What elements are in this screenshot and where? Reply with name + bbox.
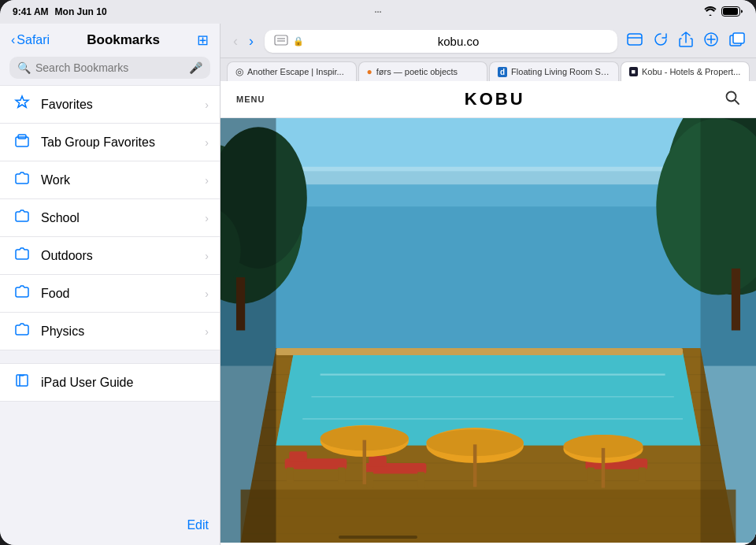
svg-rect-45 [417,472,424,488]
bookmark-item-food[interactable]: Food › [0,275,220,313]
navigation-controls: ‹ › [230,32,257,51]
bookmark-item-physics[interactable]: Physics › [0,313,220,350]
tab-favicon-2: ● [367,66,372,77]
tab-switch-icon[interactable] [625,32,644,51]
chevron-right-icon-6: › [205,287,209,300]
bookmark-item-school[interactable]: School › [0,199,220,237]
status-time: 9:41 AM [13,6,49,17]
chevron-right-icon-5: › [205,250,209,262]
status-bar-left: 9:41 AM Mon Jun 10 [13,6,107,17]
search-input[interactable] [35,61,184,74]
svg-rect-7 [628,34,642,45]
share-button[interactable] [677,30,695,53]
chevron-right-icon-4: › [205,212,209,224]
ipad-frame: 9:41 AM Mon Jun 10 ··· [0,0,756,545]
svg-rect-41 [338,468,345,484]
work-folder-icon [13,170,32,190]
outdoors-label: Outdoors [41,249,195,263]
tab-title-4: Kobu - Hotels & Propert... [642,67,740,76]
new-tab-button[interactable] [702,31,720,52]
chevron-right-icon-3: › [205,174,209,187]
reader-mode-icon [274,35,288,48]
bookmark-item-outdoors[interactable]: Outdoors › [0,237,220,275]
sidebar-title: Bookmarks [56,32,191,48]
svg-rect-61 [701,118,757,543]
svg-rect-44 [366,472,373,488]
status-bar-right [704,6,743,18]
chevron-right-icon: › [205,98,209,111]
web-menu-label[interactable]: MENU [236,95,265,104]
wifi-icon [704,6,717,17]
back-button[interactable]: ‹ Safari [11,33,50,47]
forward-nav-button[interactable]: › [246,32,257,51]
svg-rect-48 [587,468,595,484]
web-search-icon[interactable] [724,90,740,109]
browser-area: ‹ › 🔒 kobu.co [220,24,756,545]
edit-button[interactable]: Edit [187,518,209,532]
svg-rect-43 [369,456,386,466]
tabs-overview-button[interactable] [728,31,747,52]
svg-rect-40 [287,468,294,484]
svg-rect-37 [276,348,684,355]
scroll-indicator [339,536,417,539]
svg-rect-55 [473,444,476,487]
bookmark-item-tab-group[interactable]: Tab Group Favorites › [0,124,220,161]
svg-rect-58 [602,448,605,488]
favorites-icon [13,95,32,114]
tab-title-2: førs — poetic objects [376,67,458,76]
favorites-label: Favorites [41,98,195,112]
chevron-left-icon: ‹ [11,33,15,47]
tab-kobu[interactable]: ■ Kobu - Hotels & Propert... [621,61,750,81]
back-label: Safari [17,33,50,47]
svg-line-15 [735,100,739,104]
chevron-right-icon-2: › [205,136,209,149]
tab-favicon-3: d [498,67,507,77]
food-folder-icon [13,284,32,303]
sidebar-footer: Edit [0,510,220,545]
microphone-icon[interactable]: 🎤 [189,61,202,74]
physics-folder-icon [13,321,32,341]
web-site-title: KOBU [465,89,525,109]
tab-favicon-1: ◎ [235,66,243,77]
svg-rect-60 [220,118,276,543]
web-hero-image: HAND-PICKED SPACES TO BOOK & TO BUY FEAT… [220,118,756,543]
tab-title-3: Floating Living Room Se... [511,67,610,76]
status-bar: 9:41 AM Mon Jun 10 ··· [0,0,756,24]
main-layout: ‹ Safari Bookmarks ⊞ 🔍 🎤 [0,24,756,545]
svg-rect-39 [289,451,306,462]
svg-rect-59 [241,490,736,543]
tab-group-icon [13,132,32,152]
bookmark-item-ipad-guide[interactable]: iPad User Guide [0,363,220,402]
tab-fors[interactable]: ● førs — poetic objects [358,61,488,81]
tabs-row: ◎ Another Escape | Inspir... ● førs — po… [220,58,756,81]
bookmark-item-work[interactable]: Work › [0,161,220,199]
grid-view-icon[interactable]: ⊞ [197,32,209,49]
dots-icon: ··· [374,7,381,17]
bookmark-item-favorites[interactable]: Favorites › [0,85,220,124]
work-label: Work [41,173,195,187]
back-nav-button[interactable]: ‹ [230,32,241,51]
tab-another-escape[interactable]: ◎ Another Escape | Inspir... [227,61,357,81]
svg-rect-52 [363,440,366,484]
physics-label: Physics [41,324,195,339]
chevron-right-icon-7: › [205,325,209,338]
search-bar[interactable]: 🔍 🎤 [9,57,210,79]
school-label: School [41,211,195,225]
status-date: Mon Jun 10 [55,6,107,17]
book-icon [13,373,32,392]
tab-floating[interactable]: d Floating Living Room Se... [489,61,619,81]
svg-rect-4 [275,35,287,45]
sidebar-header: ‹ Safari Bookmarks ⊞ [0,24,220,54]
address-bar[interactable]: 🔒 kobu.co [265,30,617,53]
toolbar-actions [625,30,747,53]
ipad-guide-label: iPad User Guide [41,376,209,390]
browser-toolbar: ‹ › 🔒 kobu.co [220,24,756,58]
refresh-button[interactable] [652,31,669,52]
svg-rect-1 [723,8,738,15]
url-text: kobu.co [309,35,608,48]
outdoors-folder-icon [13,246,32,265]
tab-title-1: Another Escape | Inspir... [247,67,344,76]
status-bar-center: ··· [374,7,381,17]
svg-rect-13 [733,33,744,43]
school-folder-icon [13,208,32,228]
